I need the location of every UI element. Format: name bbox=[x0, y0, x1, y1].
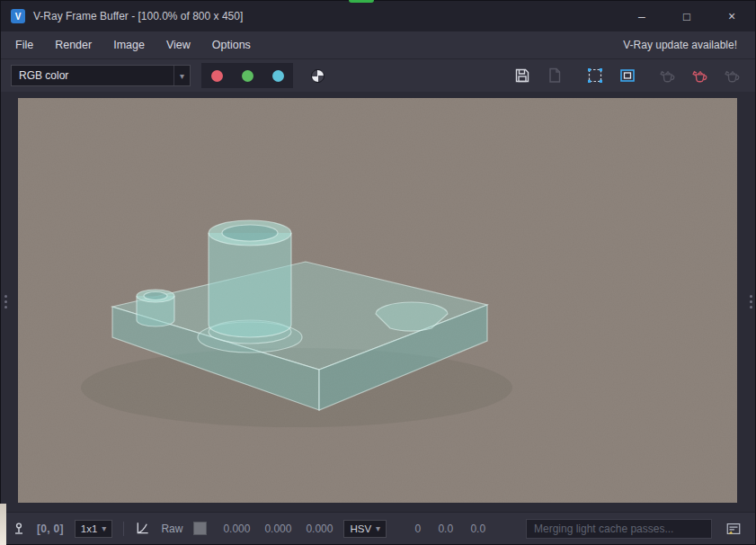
window-title: V-Ray Frame Buffer - [100.0% of 800 x 45… bbox=[33, 10, 243, 22]
rgb-value-b: 0.000 bbox=[300, 523, 333, 535]
channel-button-group bbox=[201, 63, 293, 88]
title-bar[interactable]: V V-Ray Frame Buffer - [100.0% of 800 x … bbox=[1, 1, 755, 31]
hsv-value-h: 0 bbox=[397, 523, 421, 535]
channel-dropdown-value: RGB color bbox=[19, 69, 68, 82]
duplicate-frame-icon bbox=[618, 67, 636, 85]
viewport-area bbox=[1, 92, 755, 512]
divider bbox=[123, 522, 124, 536]
right-panel-grip[interactable] bbox=[746, 92, 755, 512]
progress-message-input[interactable] bbox=[526, 519, 712, 539]
color-mode-value: HSV bbox=[350, 523, 371, 534]
zoom-value: 1x1 bbox=[81, 523, 98, 534]
green-channel-button[interactable] bbox=[232, 63, 262, 88]
red-circle-icon bbox=[211, 70, 223, 82]
chevron-down-icon: ▾ bbox=[173, 66, 190, 85]
mono-channel-button[interactable] bbox=[306, 63, 329, 88]
region-render-button[interactable] bbox=[582, 63, 608, 88]
menu-bar: File Render Image View Options V-Ray upd… bbox=[1, 31, 755, 58]
grayscale-pie-icon bbox=[311, 69, 325, 83]
hsv-value-v: 0.0 bbox=[462, 523, 485, 535]
progress-message-wrap bbox=[526, 519, 712, 539]
window-controls: – □ × bbox=[628, 4, 745, 28]
update-notice[interactable]: V-Ray update available! bbox=[623, 39, 741, 51]
document-icon bbox=[546, 67, 564, 85]
hsv-values: 0 0.0 0.0 bbox=[397, 523, 485, 535]
render-viewport[interactable] bbox=[18, 98, 737, 503]
pin-icon bbox=[12, 522, 26, 536]
desktop-artifact-green bbox=[349, 0, 374, 3]
floppy-disk-icon bbox=[513, 67, 531, 85]
hsv-value-s: 0.0 bbox=[430, 523, 453, 535]
raw-color-swatch bbox=[193, 522, 207, 535]
teapot-red-icon bbox=[690, 67, 709, 85]
curve-icon bbox=[135, 521, 150, 536]
rgb-value-r: 0.000 bbox=[218, 523, 250, 535]
save-image-button[interactable] bbox=[509, 63, 535, 88]
export-image-button[interactable] bbox=[541, 63, 567, 88]
maximize-button[interactable]: □ bbox=[673, 4, 700, 28]
stamp-button[interactable] bbox=[723, 518, 744, 540]
render-model bbox=[18, 98, 737, 503]
menu-item-render[interactable]: Render bbox=[55, 39, 92, 51]
toolbar: RGB color ▾ bbox=[1, 58, 755, 92]
menu-item-image[interactable]: Image bbox=[113, 39, 145, 51]
stop-render-teapot-button[interactable] bbox=[687, 63, 713, 88]
menu-item-view[interactable]: View bbox=[166, 39, 191, 51]
zoom-select[interactable]: 1x1 ▾ bbox=[75, 520, 113, 538]
toolbar-right-group bbox=[509, 63, 745, 88]
render-last-teapot-button[interactable] bbox=[719, 63, 745, 88]
chevron-down-icon: ▾ bbox=[102, 521, 106, 537]
desktop-artifact-light bbox=[0, 504, 6, 545]
rgb-value-g: 0.000 bbox=[259, 523, 291, 535]
red-channel-button[interactable] bbox=[201, 63, 232, 88]
vfb-window: V V-Ray Frame Buffer - [100.0% of 800 x … bbox=[0, 0, 756, 545]
teapot-icon bbox=[658, 67, 677, 85]
green-circle-icon bbox=[242, 70, 253, 82]
vray-logo-icon: V bbox=[11, 9, 25, 23]
pixel-coordinates: [0, 0] bbox=[37, 523, 64, 535]
chevron-down-icon: ▾ bbox=[376, 521, 380, 537]
minimize-button[interactable]: – bbox=[628, 4, 655, 28]
blue-channel-button[interactable] bbox=[262, 63, 293, 88]
menu-item-file[interactable]: File bbox=[15, 39, 33, 51]
duplicate-to-host-button[interactable] bbox=[614, 63, 640, 88]
status-bar: [0, 0] 1x1 ▾ Raw 0.000 0.000 0.000 HSV ▾… bbox=[1, 512, 755, 544]
rgb-values: 0.000 0.000 0.000 bbox=[218, 523, 333, 535]
levels-curve-button[interactable] bbox=[135, 521, 150, 536]
render-teapot-button[interactable] bbox=[654, 63, 680, 88]
left-panel-grip[interactable] bbox=[1, 92, 10, 512]
stamp-icon bbox=[725, 521, 742, 537]
close-button[interactable]: × bbox=[718, 4, 745, 28]
blue-circle-icon bbox=[272, 70, 284, 82]
raw-label: Raw bbox=[161, 523, 182, 535]
teapot-outline-icon bbox=[723, 67, 742, 85]
region-render-icon bbox=[586, 67, 604, 85]
follow-mouse-pin-button[interactable] bbox=[12, 522, 26, 536]
menu-item-options[interactable]: Options bbox=[212, 39, 251, 51]
color-mode-select[interactable]: HSV ▾ bbox=[343, 520, 387, 538]
channel-dropdown[interactable]: RGB color ▾ bbox=[11, 65, 191, 86]
vray-logo-letter: V bbox=[15, 12, 22, 22]
